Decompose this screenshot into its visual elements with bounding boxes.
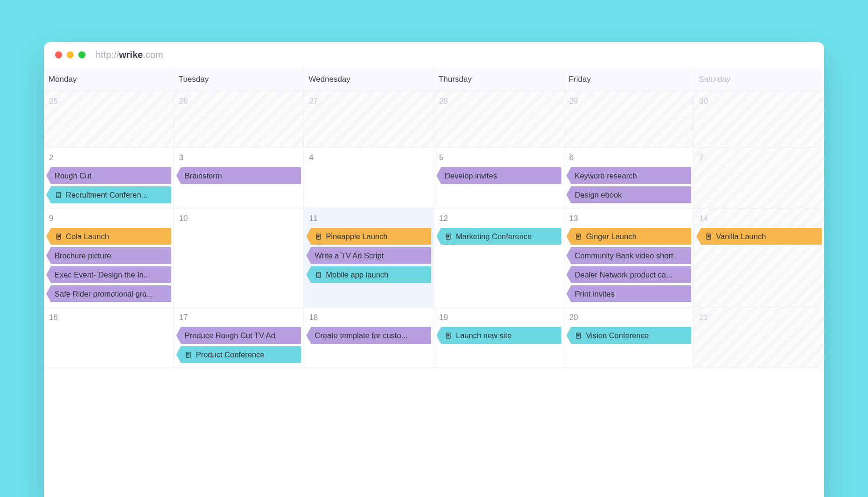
day-number: 10 [176, 213, 301, 228]
calendar-event[interactable]: Produce Rough Cut TV Ad [176, 327, 301, 344]
event-label: Develop invites [445, 171, 497, 180]
calendar-event[interactable]: Develop invites [436, 167, 561, 184]
calendar-event[interactable]: Create template for custo... [306, 327, 431, 344]
calendar-day-cell[interactable]: 7 [694, 148, 824, 208]
calendar-event[interactable]: Safe Rider promotional gra... [46, 285, 171, 302]
day-number: 19 [436, 312, 561, 327]
calendar-day-cell[interactable]: 19Launch new site [434, 307, 564, 368]
close-icon[interactable] [55, 51, 62, 58]
calendar-event[interactable]: Vanilla Launch [696, 228, 822, 245]
calendar-event[interactable]: Print invites [567, 285, 692, 302]
event-list: Pineapple LaunchWrite a TV Ad ScriptMobi… [306, 228, 431, 283]
calendar-day-cell[interactable]: 17Produce Rough Cut TV AdProduct Confere… [174, 307, 304, 368]
calendar-day-cell[interactable]: 30 [694, 91, 824, 147]
calendar-event[interactable]: Design ebook [567, 186, 692, 203]
calendar-day-cell[interactable]: 18Create template for custo... [304, 307, 434, 368]
day-number: 27 [306, 96, 431, 111]
calendar-day-cell[interactable]: 10 [174, 208, 304, 307]
calendar-event[interactable]: Brainstorm [176, 167, 301, 184]
calendar-day-cell[interactable]: 14Vanilla Launch [694, 208, 824, 307]
calendar-day-cell[interactable]: 26 [174, 91, 304, 147]
calendar-event[interactable]: Pineapple Launch [306, 228, 431, 245]
calendar-event[interactable]: Dealer Network product ca... [567, 266, 692, 283]
browser-window: http://wrike.com MondayTuesdayWednesdayT… [44, 42, 824, 497]
event-list: Cola LaunchBrochure pictureExec Event- D… [46, 228, 171, 302]
day-header: Wednesday [304, 68, 434, 91]
calendar-event[interactable]: Ginger Launch [567, 228, 692, 245]
calendar-event[interactable]: Recruitment Conferen... [46, 186, 171, 203]
calendar-day-cell[interactable]: 3Brainstorm [174, 148, 304, 208]
day-number: 16 [46, 312, 171, 327]
calendar-event[interactable]: Keyword research [567, 167, 692, 184]
day-number: 4 [306, 152, 431, 167]
event-label: Brainstorm [185, 171, 222, 180]
calendar-event[interactable]: Community Bank video short [567, 247, 692, 264]
url-host: wrike [119, 50, 143, 60]
minimize-icon[interactable] [67, 51, 74, 58]
day-number: 5 [436, 152, 561, 167]
document-icon [55, 233, 62, 240]
calendar-event[interactable]: Rough Cut [46, 167, 171, 184]
calendar-week-row: 252627282930 [44, 91, 824, 148]
calendar-day-cell[interactable]: 25 [44, 91, 174, 147]
calendar-day-cell[interactable]: 12Marketing Conference [434, 208, 564, 307]
calendar-day-cell[interactable]: 27 [304, 91, 434, 147]
calendar-day-cell[interactable]: 11Pineapple LaunchWrite a TV Ad ScriptMo… [304, 208, 434, 307]
document-icon [315, 271, 322, 278]
maximize-icon[interactable] [78, 51, 85, 58]
day-number: 11 [306, 213, 431, 228]
calendar-week-row: 2Rough CutRecruitment Conferen...3Brains… [44, 148, 824, 208]
day-number: 18 [306, 312, 431, 327]
day-header: Tuesday [174, 68, 304, 91]
calendar-body: 2526272829302Rough CutRecruitment Confer… [44, 91, 824, 497]
event-label: Vision Conference [586, 331, 649, 340]
document-icon [705, 233, 712, 240]
calendar-event[interactable]: Write a TV Ad Script [306, 247, 431, 264]
event-label: Rough Cut [55, 171, 91, 180]
event-label: Print invites [575, 290, 615, 298]
day-number: 28 [436, 96, 561, 111]
event-label: Marketing Conference [456, 232, 532, 241]
day-number: 12 [436, 213, 561, 228]
event-label: Dealer Network product ca... [575, 270, 672, 279]
event-list: Create template for custo... [306, 327, 431, 344]
event-label: Cola Launch [66, 232, 109, 241]
event-label: Mobile app launch [326, 270, 388, 279]
calendar-day-cell[interactable]: 13Ginger LaunchCommunity Bank video shor… [564, 208, 694, 307]
event-label: Recruitment Conferen... [66, 191, 147, 199]
document-icon [445, 332, 452, 339]
day-number: 21 [696, 312, 822, 327]
calendar-event[interactable]: Marketing Conference [436, 228, 561, 245]
day-number: 9 [46, 213, 171, 228]
calendar-week-row: 1617Produce Rough Cut TV AdProduct Confe… [44, 307, 824, 368]
calendar-day-cell[interactable]: 9Cola LaunchBrochure pictureExec Event- … [44, 208, 174, 307]
event-label: Safe Rider promotional gra... [55, 290, 153, 298]
day-number: 6 [567, 152, 692, 167]
calendar-day-cell[interactable]: 4 [304, 148, 434, 208]
calendar-event[interactable]: Brochure picture [46, 247, 171, 264]
event-label: Design ebook [575, 191, 622, 199]
calendar-day-cell[interactable]: 20Vision Conference [564, 307, 694, 368]
document-icon [445, 233, 452, 240]
calendar-day-cell[interactable]: 21 [694, 307, 824, 368]
event-label: Write a TV Ad Script [315, 251, 384, 260]
event-list: Develop invites [436, 167, 561, 184]
calendar-event[interactable]: Exec Event- Design the In... [46, 266, 171, 283]
calendar-day-cell[interactable]: 16 [44, 307, 174, 368]
calendar-event[interactable]: Launch new site [436, 327, 561, 344]
calendar-day-cell[interactable]: 29 [564, 91, 694, 147]
document-icon [575, 233, 582, 240]
day-header: Thursday [434, 68, 564, 91]
address-bar[interactable]: http://wrike.com [96, 50, 163, 60]
calendar-event[interactable]: Cola Launch [46, 228, 171, 245]
calendar-day-cell[interactable]: 2Rough CutRecruitment Conferen... [44, 148, 174, 208]
calendar-event[interactable]: Mobile app launch [306, 266, 431, 283]
calendar-day-cell[interactable]: 6Keyword researchDesign ebook [564, 148, 694, 208]
document-icon [575, 332, 582, 339]
event-label: Vanilla Launch [716, 232, 766, 241]
calendar-event[interactable]: Vision Conference [567, 327, 692, 344]
calendar-day-cell[interactable]: 28 [434, 91, 564, 147]
day-header: Monday [44, 68, 174, 91]
calendar-day-cell[interactable]: 5Develop invites [434, 148, 564, 208]
calendar-event[interactable]: Product Conference [176, 346, 301, 363]
